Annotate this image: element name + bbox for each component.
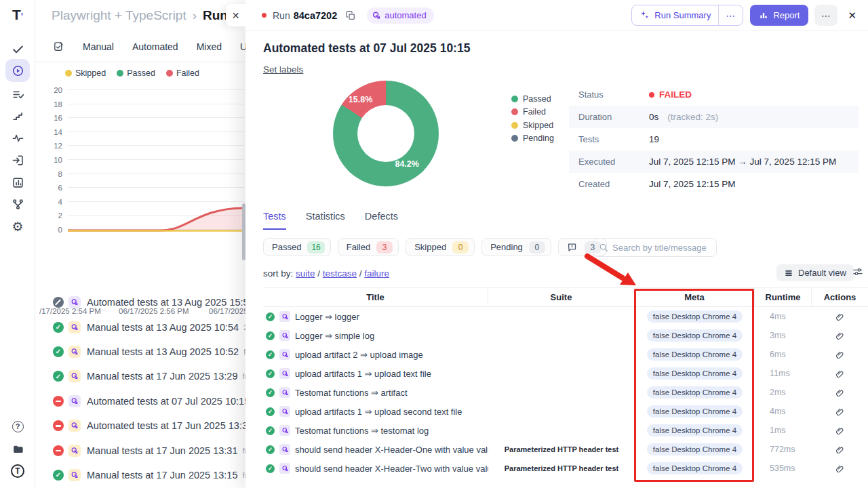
link-icon[interactable] <box>835 426 845 436</box>
run-summary-more-button[interactable]: ⋯ <box>718 5 743 25</box>
table-row[interactable]: upload artifacts 1 ⇒ upload second text … <box>263 402 868 421</box>
meta-badge[interactable]: false Desktop Chrome 4 <box>647 405 743 418</box>
breadcrumb: Playwright + TypeScript › Runs <box>35 0 246 31</box>
breadcrumb-separator: › <box>193 8 197 23</box>
meta-badge[interactable]: false Desktop Chrome 4 <box>647 443 743 455</box>
meta-badge[interactable]: false Desktop Chrome 4 <box>647 329 743 342</box>
runs-tab[interactable]: Automated <box>132 41 178 52</box>
table-row[interactable]: should send header X-Header-One with val… <box>263 440 868 459</box>
detail-tab[interactable]: Tests <box>263 211 286 230</box>
run-summary-button[interactable]: Run Summary ⋯ <box>631 5 743 26</box>
table-row[interactable]: Testomat functions ⇒ artifact false Desk… <box>263 383 868 402</box>
table-row[interactable]: Logger ⇒ logger false Desktop Chrome 4 4… <box>263 307 868 326</box>
detail-tab[interactable]: Defects <box>365 211 398 230</box>
test-runtime: 772ms <box>755 445 812 454</box>
settings-icon[interactable]: ⚙ <box>5 216 30 237</box>
view-settings-icon[interactable] <box>852 266 863 280</box>
run-list-item[interactable]: Automated tests at 13 Aug 2025 15:53 <box>35 290 246 314</box>
activity-icon[interactable] <box>5 127 30 148</box>
table-row[interactable]: Logger ⇒ simple log false Desktop Chrome… <box>263 326 868 345</box>
run-list-item[interactable]: Manual tests at 13 Aug 2025 10:52 from <box>35 340 246 364</box>
report-icon[interactable] <box>5 172 30 192</box>
run-list-item[interactable]: Automated tests at 17 Jun 2025 13:30 <box>35 413 246 438</box>
link-icon[interactable] <box>835 407 845 417</box>
run-title-heading: Automated tests at 07 Jul 2025 10:15 <box>263 41 470 56</box>
detail-tab[interactable]: Statistics <box>306 211 345 230</box>
failed-dot <box>649 92 654 98</box>
set-labels-link[interactable]: Set labels <box>263 64 303 75</box>
table-row[interactable]: upload artifacts 1 ⇒ upload text file fa… <box>263 364 868 383</box>
report-button[interactable]: Report <box>750 5 808 26</box>
detail-tabs: TestsStatisticsDefects <box>263 211 398 230</box>
test-title: Testomat functions ⇒ testomat log <box>295 426 429 436</box>
account-logo-icon[interactable]: T <box>5 461 30 481</box>
automated-test-icon <box>279 368 290 379</box>
meta-badge[interactable]: false Desktop Chrome 4 <box>647 462 743 474</box>
column-header[interactable]: Suite <box>488 288 635 306</box>
run-list-item[interactable]: Manual tests at 17 Jun 2025 13:31 from <box>35 438 246 462</box>
run-list-item[interactable]: Manual tests at 17 Jun 2025 13:29 from <box>35 364 246 388</box>
checklist-icon[interactable] <box>5 84 30 104</box>
sort-link[interactable]: failure <box>364 268 389 279</box>
legend-item[interactable]: Pending <box>511 132 554 146</box>
run-list-item[interactable]: Manual tests at 17 Jun 2025 13:15 from <box>35 463 246 487</box>
branch-icon[interactable] <box>5 194 30 214</box>
legend-item[interactable]: Skipped <box>511 119 554 132</box>
filter-pill[interactable]: Passed 16 <box>263 238 331 256</box>
automated-test-icon <box>279 444 290 455</box>
drawer-collapse-button[interactable]: ✕ <box>226 4 245 26</box>
default-view-button[interactable]: Default view <box>776 264 854 281</box>
filter-pill[interactable]: Pending 0 <box>481 238 551 256</box>
link-icon[interactable] <box>835 312 845 322</box>
run-list-item[interactable]: Manual tests at 13 Aug 2025 10:54 2 <box>35 314 246 339</box>
close-icon[interactable]: ✕ <box>848 9 856 22</box>
comment-icon <box>567 242 577 252</box>
link-icon[interactable] <box>835 445 845 455</box>
check-icon[interactable] <box>5 39 30 59</box>
search-icon <box>599 243 608 252</box>
steps-icon[interactable] <box>5 106 30 126</box>
more-actions-button[interactable]: ⋯ <box>814 5 837 26</box>
column-header[interactable]: Runtime <box>755 288 812 306</box>
legend-item[interactable]: Failed <box>511 106 554 119</box>
test-title: upload artifact 2 ⇒ upload image <box>295 350 423 360</box>
meta-badge[interactable]: false Desktop Chrome 4 <box>647 367 743 380</box>
runs-tab[interactable]: Manual <box>83 41 114 52</box>
search-input[interactable] <box>612 243 711 253</box>
link-icon[interactable] <box>835 388 845 398</box>
table-row[interactable]: Testomat functions ⇒ testomat log false … <box>263 421 868 440</box>
filter-pill[interactable]: Failed 3 <box>338 238 399 256</box>
table-row[interactable]: should send header X-Header-Two with val… <box>263 459 868 478</box>
breadcrumb-project[interactable]: Playwright + TypeScript <box>52 8 186 23</box>
select-runs-icon[interactable] <box>53 41 64 52</box>
copy-icon[interactable] <box>345 10 356 21</box>
link-icon[interactable] <box>835 331 845 341</box>
import-icon[interactable] <box>5 150 30 170</box>
sort-link[interactable]: suite <box>296 268 315 279</box>
column-header[interactable]: Title <box>263 288 488 306</box>
run-status-icon <box>53 346 64 357</box>
link-icon[interactable] <box>835 464 845 474</box>
meta-badge[interactable]: false Desktop Chrome 4 <box>647 386 743 399</box>
sort-link[interactable]: testcase <box>323 268 357 279</box>
search-box <box>593 238 717 257</box>
filter-pill[interactable]: Skipped 0 <box>406 238 475 256</box>
test-title: Logger ⇒ simple log <box>295 331 374 341</box>
column-header[interactable]: Actions <box>812 288 868 306</box>
automated-badge[interactable]: automated <box>367 7 433 24</box>
runs-tab[interactable]: Mixed <box>197 41 222 52</box>
run-list-item[interactable]: Automated tests at 07 Jul 2025 10:15 <box>35 389 246 413</box>
meta-badge[interactable]: false Desktop Chrome 4 <box>647 424 743 436</box>
link-icon[interactable] <box>835 350 845 360</box>
table-row[interactable]: upload artifact 2 ⇒ upload image false D… <box>263 345 868 364</box>
help-icon[interactable]: ? <box>5 416 30 436</box>
column-header[interactable]: Meta <box>635 288 755 306</box>
test-suite: Parameterized HTTP header test <box>488 445 635 453</box>
run-status-dot <box>262 13 267 18</box>
runs-icon[interactable] <box>5 59 30 82</box>
meta-badge[interactable]: false Desktop Chrome 4 <box>647 348 743 361</box>
projects-icon[interactable] <box>5 439 30 459</box>
meta-badge[interactable]: false Desktop Chrome 4 <box>647 310 743 323</box>
link-icon[interactable] <box>835 369 845 379</box>
legend-item[interactable]: Passed <box>511 92 554 106</box>
